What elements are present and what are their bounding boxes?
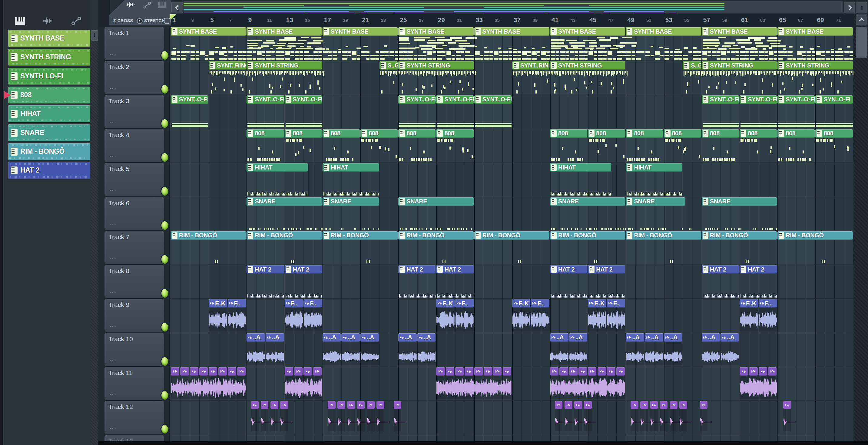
pattern-tile-808[interactable]: 808: [8, 87, 90, 103]
audio-clip[interactable]: ..A: [361, 333, 379, 342]
pattern-clip[interactable]: RIM - BONGÔ: [702, 231, 777, 240]
micro-audio-clip[interactable]: [376, 401, 384, 409]
micro-audio-clip[interactable]: [337, 401, 345, 409]
mini-audio-clip[interactable]: [474, 367, 483, 376]
audio-clip[interactable]: F..: [455, 299, 474, 308]
micro-audio-clip[interactable]: [584, 401, 592, 409]
track-menu-dots[interactable]: ...: [110, 357, 117, 363]
mini-audio-clip[interactable]: [313, 367, 322, 376]
mini-audio-clip[interactable]: [190, 367, 198, 376]
pattern-clip[interactable]: HAT 2: [398, 265, 435, 274]
pattern-clip[interactable]: SYNTH BASE: [702, 27, 777, 36]
vertical-scrollbar[interactable]: [854, 14, 868, 445]
pattern-clip[interactable]: SYNT..O-FI: [247, 95, 284, 104]
track-mute-led[interactable]: [161, 391, 168, 400]
pattern-clip[interactable]: 808: [285, 129, 322, 138]
track-header-4[interactable]: Track 4...: [104, 129, 164, 162]
scroll-left-button[interactable]: [172, 2, 183, 13]
mini-audio-clip[interactable]: [228, 367, 236, 376]
track-mute-led[interactable]: [161, 255, 168, 264]
audio-clip[interactable]: ..A: [322, 333, 341, 342]
panel-toggle-button[interactable]: [856, 2, 867, 13]
mini-audio-clip[interactable]: [768, 367, 777, 376]
pattern-clip[interactable]: 808: [626, 129, 663, 138]
track-menu-dots[interactable]: ...: [110, 255, 117, 261]
scroll-right-button[interactable]: [844, 2, 855, 13]
track-mute-led[interactable]: [161, 289, 168, 297]
micro-audio-clip[interactable]: [357, 401, 365, 409]
mini-audio-clip[interactable]: [759, 367, 767, 376]
mini-audio-clip[interactable]: [436, 367, 444, 376]
pattern-clip[interactable]: SYNT..O-FI: [398, 95, 435, 104]
pattern-clip[interactable]: SYN..O-FI: [815, 95, 852, 104]
micro-audio-clip[interactable]: [271, 401, 278, 409]
audio-clip[interactable]: ..A: [569, 333, 588, 342]
pattern-clip[interactable]: HIHAT: [247, 163, 308, 172]
mini-audio-clip[interactable]: [493, 367, 501, 376]
pattern-clip[interactable]: HAT 2: [740, 265, 777, 274]
pattern-clip[interactable]: SYNT..O-FI: [740, 95, 777, 104]
track-menu-dots[interactable]: ...: [110, 390, 117, 396]
pattern-clip[interactable]: 808: [322, 129, 360, 138]
mini-audio-clip[interactable]: [446, 367, 454, 376]
mini-audio-clip[interactable]: [607, 367, 615, 376]
automation-tab-icon[interactable]: [141, 0, 154, 11]
micro-audio-clip[interactable]: [367, 401, 375, 409]
pattern-clip[interactable]: RIM - BONGÔ: [626, 231, 701, 240]
mini-audio-clip[interactable]: [616, 367, 625, 376]
audio-clip[interactable]: ..A: [720, 333, 739, 342]
audio-clip[interactable]: ..A: [341, 333, 360, 342]
micro-audio-clip[interactable]: [394, 401, 402, 409]
zcross-radio[interactable]: [137, 18, 143, 24]
track-header-11[interactable]: Track 11...: [104, 367, 164, 400]
mini-audio-clip[interactable]: [209, 367, 217, 376]
micro-audio-clip[interactable]: [328, 401, 336, 409]
playlist-minimap-scrollbar[interactable]: [184, 1, 842, 13]
audio-clip[interactable]: F..K: [740, 299, 758, 308]
pattern-clip[interactable]: 808: [588, 129, 625, 138]
mini-audio-clip[interactable]: [171, 367, 179, 376]
pattern-clip[interactable]: SYNT..O-FI: [436, 95, 473, 104]
pattern-clip[interactable]: SYNTH BASE: [626, 27, 701, 36]
audio-clip[interactable]: F..: [285, 299, 303, 308]
pattern-clip[interactable]: SYNTH STRING: [247, 61, 322, 70]
pattern-clip[interactable]: SYNTH STRING: [398, 61, 473, 70]
track-menu-dots[interactable]: ...: [110, 187, 117, 193]
pattern-clip[interactable]: SNARE: [247, 197, 322, 206]
pattern-clip[interactable]: RIM - BONGÔ: [322, 231, 398, 240]
track-menu-dots[interactable]: ...: [110, 221, 117, 227]
pattern-clip[interactable]: SYNTH STRING: [702, 61, 777, 70]
track-menu-dots[interactable]: ...: [110, 288, 117, 294]
pattern-clip[interactable]: SNARE: [322, 197, 379, 206]
track-mute-led[interactable]: [161, 187, 168, 196]
pattern-clip[interactable]: RIM - BONGÔ: [777, 231, 852, 240]
pattern-clip[interactable]: 808: [815, 129, 852, 138]
automation-mode-icon[interactable]: [70, 15, 83, 27]
pattern-clip[interactable]: RIM - BONGÔ: [550, 231, 625, 240]
audio-clip[interactable]: ..A: [417, 333, 436, 342]
track-header-5[interactable]: Track 5...: [104, 163, 164, 196]
micro-audio-clip[interactable]: [347, 401, 355, 409]
pattern-clip[interactable]: SYNT..RING: [209, 61, 246, 70]
track-mute-led[interactable]: [161, 51, 168, 60]
pattern-tile-synth-string[interactable]: SYNTH STRING: [8, 49, 90, 66]
micro-audio-clip[interactable]: [261, 401, 269, 409]
pattern-clip[interactable]: HAT 2: [285, 265, 322, 274]
track-mute-led[interactable]: [161, 153, 168, 162]
pattern-clip[interactable]: SYNTH BASE: [322, 27, 398, 36]
mini-audio-clip[interactable]: [749, 367, 757, 376]
mini-audio-clip[interactable]: [180, 367, 189, 376]
mini-audio-clip[interactable]: [550, 367, 558, 376]
pattern-clip[interactable]: S..G: [683, 61, 701, 70]
micro-audio-clip[interactable]: [700, 401, 708, 409]
track-menu-dots[interactable]: ...: [110, 322, 117, 328]
mini-audio-clip[interactable]: [559, 367, 568, 376]
audio-clip[interactable]: F..: [228, 299, 246, 308]
pattern-tile-rim-bong-[interactable]: RIM - BONGÔ: [8, 143, 90, 160]
audio-clip[interactable]: ..A: [702, 333, 720, 342]
audio-clip[interactable]: ..A: [247, 333, 265, 342]
pattern-clip[interactable]: 808: [436, 129, 473, 138]
mini-audio-clip[interactable]: [465, 367, 473, 376]
mini-audio-clip[interactable]: [569, 367, 578, 376]
track-header-8[interactable]: Track 8...: [104, 265, 164, 298]
